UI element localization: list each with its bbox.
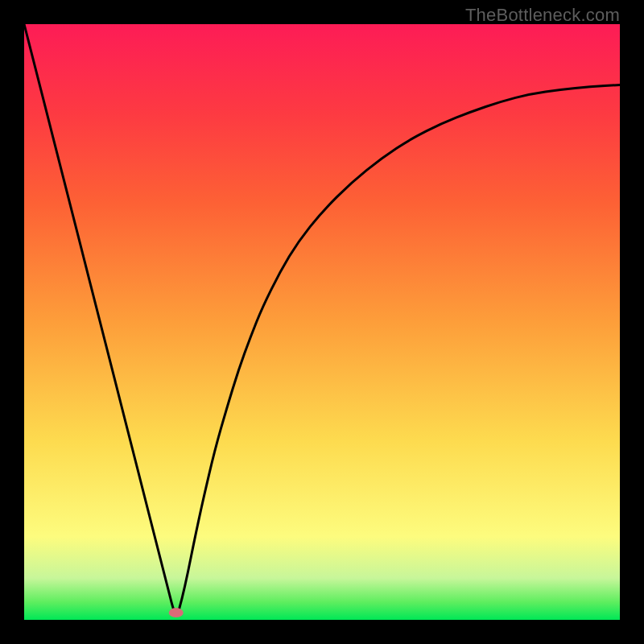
chart-container: TheBottleneck.com bbox=[0, 0, 644, 644]
bottleneck-chart bbox=[24, 24, 620, 620]
chart-background bbox=[24, 24, 620, 620]
chart-marker bbox=[169, 608, 184, 617]
attribution-label: TheBottleneck.com bbox=[465, 5, 620, 26]
